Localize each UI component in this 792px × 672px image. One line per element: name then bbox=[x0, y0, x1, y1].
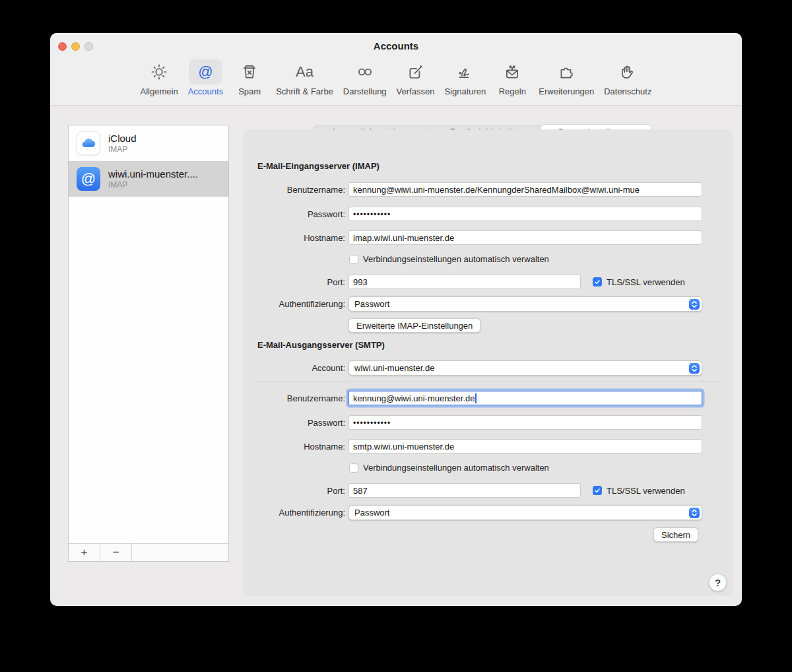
toolbar-label: Darstellung bbox=[343, 86, 387, 96]
smtp-port-label: Port: bbox=[243, 486, 345, 496]
toolbar-item-schrift-farbe[interactable]: Aa Schrift & Farbe bbox=[276, 59, 333, 104]
smtp-tls-label: TLS/SSL verwenden bbox=[607, 486, 685, 496]
toolbar-item-erweiterungen[interactable]: Erweiterungen bbox=[539, 59, 594, 104]
smtp-username-label: Benutzername: bbox=[243, 393, 345, 403]
icloud-icon bbox=[77, 131, 100, 155]
imap-auto-manage-label: Verbindungseinstellungen automatisch ver… bbox=[363, 254, 549, 264]
signature-icon bbox=[456, 63, 475, 81]
add-account-button[interactable]: + bbox=[69, 544, 100, 561]
toolbar-item-signaturen[interactable]: Signaturen bbox=[444, 59, 486, 104]
compose-icon bbox=[407, 63, 424, 81]
server-settings-panel: E-Mail-Eingangsserver (IMAP) Benutzernam… bbox=[243, 129, 733, 596]
smtp-password-label: Passwort: bbox=[243, 418, 345, 428]
toolbar-item-spam[interactable]: Spam bbox=[233, 59, 266, 104]
hand-icon bbox=[619, 63, 636, 81]
imap-username-label: Benutzername: bbox=[243, 185, 345, 195]
imap-password-label: Passwort: bbox=[243, 209, 345, 219]
check-icon bbox=[594, 279, 601, 285]
imap-password-input[interactable]: ••••••••••• bbox=[348, 207, 702, 221]
toolbar-item-regeln[interactable]: Regeln bbox=[496, 59, 529, 104]
toolbar-label: Datenschutz bbox=[604, 86, 651, 96]
accounts-sidebar: iCloud IMAP @ wiwi.uni-muenster.... IMAP… bbox=[68, 125, 229, 562]
fonts-icon: Aa bbox=[296, 65, 314, 79]
window-title: Accounts bbox=[50, 33, 742, 59]
toolbar-label: Allgemein bbox=[141, 86, 178, 96]
remove-account-button[interactable]: − bbox=[100, 544, 132, 561]
imap-auto-manage-checkbox[interactable] bbox=[349, 255, 358, 264]
chevron-up-down-icon bbox=[689, 363, 700, 374]
preferences-window: Accounts Allgemein @ Accounts Spam bbox=[50, 33, 742, 606]
toolbar-item-darstellung[interactable]: Darstellung bbox=[343, 59, 387, 104]
at-tile-icon: @ bbox=[77, 167, 100, 191]
help-button[interactable]: ? bbox=[709, 574, 727, 591]
imap-tls-checkbox[interactable] bbox=[593, 277, 602, 286]
imap-auth-select[interactable]: Passwort bbox=[348, 296, 702, 312]
sidebar-footer: + − bbox=[69, 543, 228, 561]
save-button[interactable]: Sichern bbox=[653, 527, 698, 542]
account-row-icloud[interactable]: iCloud IMAP bbox=[69, 125, 228, 161]
toolbar-label: Schrift & Farbe bbox=[276, 86, 333, 96]
smtp-account-label: Account: bbox=[243, 363, 345, 373]
smtp-hostname-input[interactable]: smtp.wiwi.uni-muenster.de bbox=[348, 439, 702, 454]
toolbar-label: Verfassen bbox=[397, 86, 435, 96]
smtp-tls-checkbox[interactable] bbox=[593, 486, 602, 495]
titlebar-toolbar: Accounts Allgemein @ Accounts Spam bbox=[50, 33, 742, 106]
preferences-toolbar: Allgemein @ Accounts Spam Aa Schrift & F… bbox=[50, 59, 742, 104]
imap-section-title: E-Mail-Eingangsserver (IMAP) bbox=[257, 161, 380, 171]
imap-auth-label: Authentifizierung: bbox=[243, 299, 345, 309]
smtp-username-input[interactable]: kennung@wiwi.uni-muenster.de bbox=[348, 391, 702, 405]
account-row-wiwi[interactable]: @ wiwi.uni-muenster.... IMAP bbox=[69, 161, 228, 197]
account-name: iCloud bbox=[108, 133, 137, 144]
check-icon bbox=[594, 487, 601, 494]
toolbar-item-verfassen[interactable]: Verfassen bbox=[397, 59, 435, 104]
toolbar-item-allgemein[interactable]: Allgemein bbox=[141, 59, 178, 104]
text-cursor bbox=[475, 393, 477, 403]
imap-port-input[interactable]: 993 bbox=[348, 275, 581, 289]
imap-port-label: Port: bbox=[243, 277, 345, 287]
account-type: IMAP bbox=[108, 180, 198, 189]
smtp-auto-manage-label: Verbindungseinstellungen automatisch ver… bbox=[363, 463, 549, 473]
account-name: wiwi.uni-muenster.... bbox=[108, 168, 198, 180]
imap-tls-label: TLS/SSL verwenden bbox=[607, 277, 685, 287]
imap-username-input[interactable]: kennung@wiwi.uni-muenster.de/KennungderS… bbox=[348, 182, 702, 197]
at-icon: @ bbox=[198, 65, 213, 79]
envelope-arrows-icon bbox=[504, 63, 521, 81]
smtp-account-select[interactable]: wiwi.uni-muenster.de bbox=[348, 360, 702, 376]
smtp-port-input[interactable]: 587 bbox=[348, 483, 581, 498]
toolbar-label: Erweiterungen bbox=[539, 86, 594, 96]
toolbar-item-datenschutz[interactable]: Datenschutz bbox=[604, 59, 651, 104]
smtp-auth-label: Authentifizierung: bbox=[243, 508, 345, 518]
toolbar-label: Signaturen bbox=[444, 86, 486, 96]
chevron-up-down-icon bbox=[689, 299, 700, 310]
smtp-password-input[interactable]: ••••••••••• bbox=[348, 415, 702, 430]
toolbar-label: Spam bbox=[238, 86, 261, 96]
puzzle-icon bbox=[558, 63, 575, 81]
chevron-up-down-icon bbox=[689, 508, 700, 518]
gear-icon bbox=[150, 63, 168, 81]
smtp-auth-select[interactable]: Passwort bbox=[348, 505, 702, 520]
advanced-imap-settings-button[interactable]: Erweiterte IMAP-Einstellungen bbox=[348, 318, 480, 333]
smtp-section-title: E-Mail-Ausgangsserver (SMTP) bbox=[257, 340, 385, 350]
smtp-divider bbox=[255, 382, 719, 382]
trash-x-icon bbox=[241, 63, 258, 81]
toolbar-label: Accounts bbox=[188, 86, 223, 96]
imap-hostname-input[interactable]: imap.wiwi.uni-muenster.de bbox=[348, 230, 702, 245]
smtp-hostname-label: Hostname: bbox=[243, 442, 345, 452]
glasses-icon bbox=[356, 63, 374, 81]
smtp-auto-manage-checkbox[interactable] bbox=[349, 463, 358, 473]
toolbar-label: Regeln bbox=[499, 86, 526, 96]
toolbar-item-accounts[interactable]: @ Accounts bbox=[188, 59, 223, 104]
account-type: IMAP bbox=[108, 145, 137, 154]
imap-hostname-label: Hostname: bbox=[243, 233, 345, 243]
